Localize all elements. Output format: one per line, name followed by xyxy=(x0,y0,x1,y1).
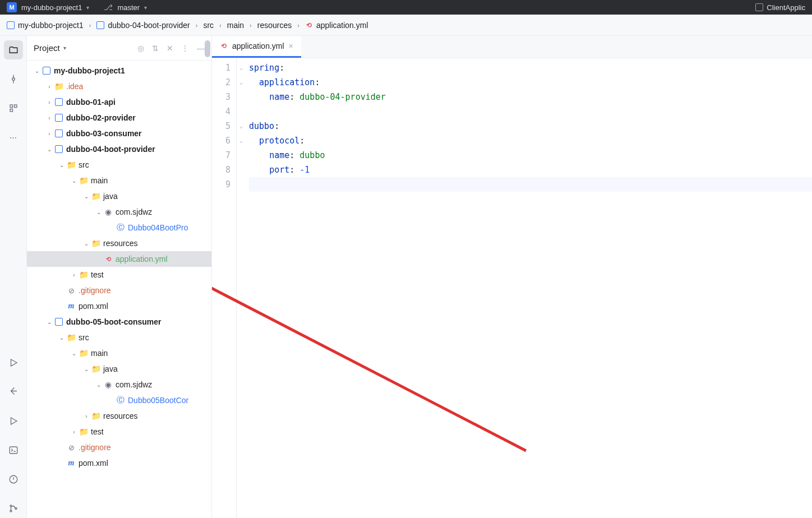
tree-row[interactable]: ›dubbo-02-provider xyxy=(27,110,211,126)
svg-point-8 xyxy=(10,505,12,507)
chevron-down-icon[interactable]: ▾ xyxy=(63,45,66,51)
tree-row[interactable]: ⌄📁java xyxy=(27,361,211,377)
project-tree[interactable]: ⌄my-dubbo-project1›📁.idea›dubbo-01-api›d… xyxy=(27,61,211,518)
svg-marker-5 xyxy=(11,418,17,424)
expand-icon[interactable]: › xyxy=(82,413,91,419)
build-tool-icon[interactable] xyxy=(4,382,23,401)
tree-label: my-dubbo-project1 xyxy=(54,66,125,75)
tree-row[interactable]: ⌄dubbo-04-boot-provider xyxy=(27,141,211,157)
tree-row[interactable]: ›📁.idea xyxy=(27,78,211,94)
expand-icon[interactable]: ⌄ xyxy=(70,178,79,184)
structure-tool-icon[interactable] xyxy=(4,99,23,118)
branch-name[interactable]: master xyxy=(117,3,140,12)
breadcrumb-item[interactable]: ⟲application.yml xyxy=(305,21,368,30)
collapse-icon[interactable]: ✕ xyxy=(167,44,173,53)
expand-icon[interactable]: ⌄ xyxy=(70,350,79,357)
expand-icon[interactable]: ⌄ xyxy=(94,209,103,215)
tree-row[interactable]: ›📁resources xyxy=(27,408,211,424)
expand-icon[interactable]: › xyxy=(45,131,54,137)
settings-icon[interactable]: ⋮ xyxy=(181,44,189,53)
code-editor[interactable]: 123456789 ⌄⌄⌄⌄ spring: application: name… xyxy=(212,58,812,518)
code-content[interactable]: spring: application: name: dubbo-04-prov… xyxy=(246,58,812,518)
expand-icon[interactable]: › xyxy=(45,84,54,90)
run-config-icon[interactable] xyxy=(755,3,763,11)
fold-gutter[interactable]: ⌄⌄⌄⌄ xyxy=(237,58,246,518)
close-icon[interactable]: × xyxy=(289,41,293,50)
title-project-name[interactable]: my-dubbo-project1 xyxy=(21,3,82,12)
tree-row[interactable]: ⌄📁main xyxy=(27,173,211,188)
commit-tool-icon[interactable] xyxy=(4,70,23,89)
tree-row[interactable]: ›dubbo-03-consumer xyxy=(27,126,211,141)
expand-all-icon[interactable]: ⇅ xyxy=(152,44,159,53)
tree-row[interactable]: ⌄📁src xyxy=(27,330,211,345)
expand-icon[interactable]: ⌄ xyxy=(33,68,41,74)
tree-row[interactable]: ⊘.gitignore xyxy=(27,283,211,298)
yaml-file-icon: ⟲ xyxy=(220,42,228,50)
expand-icon[interactable]: ⌄ xyxy=(94,382,103,388)
tree-row[interactable]: ⌄my-dubbo-project1 xyxy=(27,63,211,78)
run-config-label[interactable]: ClientApplic xyxy=(767,3,805,12)
breadcrumb-item[interactable]: src xyxy=(203,21,214,30)
expand-icon[interactable]: › xyxy=(45,99,54,105)
tree-row[interactable]: ⌄◉com.sjdwz xyxy=(27,377,211,392)
run-tool-icon[interactable] xyxy=(4,411,23,431)
breadcrumb-item[interactable]: dubbo-04-boot-provider xyxy=(96,21,190,30)
expand-icon[interactable]: › xyxy=(70,429,79,435)
project-tool-icon[interactable] xyxy=(4,40,23,59)
project-panel: Project ▾ ◎ ⇅ ✕ ⋮ — ⌄my-dubbo-project1›📁… xyxy=(27,36,212,518)
tree-label: resources xyxy=(103,411,137,420)
terminal-tool-icon[interactable] xyxy=(4,441,23,460)
svg-rect-6 xyxy=(10,447,17,454)
expand-icon[interactable]: ⌄ xyxy=(82,240,91,247)
tree-row[interactable]: mpom.xml xyxy=(27,455,211,471)
breadcrumb-item[interactable]: my-dubbo-project1 xyxy=(7,21,84,30)
minimize-icon[interactable]: — xyxy=(197,44,205,53)
expand-icon[interactable]: ⌄ xyxy=(57,162,66,168)
more-tool-icon[interactable]: ⋯ xyxy=(4,128,23,147)
tree-label: .gitignore xyxy=(79,443,111,452)
expand-icon[interactable]: ⌄ xyxy=(82,193,91,200)
chevron-down-icon[interactable]: ▾ xyxy=(86,4,89,11)
problems-tool-icon[interactable] xyxy=(4,470,23,489)
tree-row[interactable]: ⒸDubbo04BootPro xyxy=(27,220,211,235)
pom-icon: m xyxy=(66,459,76,468)
expand-icon[interactable]: ⌄ xyxy=(45,319,54,325)
tree-label: .gitignore xyxy=(79,286,111,295)
tree-row[interactable]: ⌄dubbo-05-boot-consumer xyxy=(27,314,211,330)
tree-row[interactable]: ›📁test xyxy=(27,424,211,440)
tree-row[interactable]: ⌄◉com.sjdwz xyxy=(27,204,211,220)
tree-row[interactable]: ⌄📁resources xyxy=(27,235,211,251)
tree-label: main xyxy=(91,176,108,185)
select-opened-icon[interactable]: ◎ xyxy=(137,44,144,53)
tree-label: dubbo-05-boot-consumer xyxy=(66,317,162,326)
tree-label: test xyxy=(91,270,104,279)
chevron-right-icon: › xyxy=(297,22,299,29)
project-panel-title[interactable]: Project xyxy=(34,43,60,53)
editor-tab[interactable]: ⟲ application.yml × xyxy=(212,36,301,58)
folder-icon: 📁 xyxy=(66,333,76,342)
chevron-down-icon[interactable]: ▾ xyxy=(144,4,147,11)
tree-row[interactable]: ›📁test xyxy=(27,267,211,283)
tree-row[interactable]: ⟲application.yml xyxy=(27,251,211,267)
tree-label: src xyxy=(79,160,89,169)
vcs-tool-icon[interactable] xyxy=(4,499,23,518)
chevron-right-icon: › xyxy=(219,22,222,29)
tree-row[interactable]: ⌄📁main xyxy=(27,345,211,361)
expand-icon[interactable]: ⌄ xyxy=(57,335,66,341)
scrollbar-thumb[interactable] xyxy=(205,40,210,57)
tree-row[interactable]: mpom.xml xyxy=(27,298,211,314)
services-tool-icon[interactable] xyxy=(4,353,23,372)
breadcrumb-item[interactable]: resources xyxy=(257,21,292,30)
breadcrumb-item[interactable]: main xyxy=(227,21,244,30)
expand-icon[interactable]: ⌄ xyxy=(82,366,91,372)
expand-icon[interactable]: ⌄ xyxy=(45,146,54,152)
tree-row[interactable]: ⌄📁src xyxy=(27,157,211,173)
tree-row[interactable]: ⌄📁java xyxy=(27,188,211,204)
expand-icon[interactable]: › xyxy=(45,115,54,121)
expand-icon[interactable]: › xyxy=(70,272,79,278)
tree-row[interactable]: ›dubbo-01-api xyxy=(27,94,211,110)
folder-test-icon: 📁 xyxy=(79,270,89,279)
tree-row[interactable]: ⊘.gitignore xyxy=(27,440,211,455)
tree-row[interactable]: ⒸDubbo05BootCor xyxy=(27,392,211,408)
tree-label: Dubbo05BootCor xyxy=(128,396,188,405)
